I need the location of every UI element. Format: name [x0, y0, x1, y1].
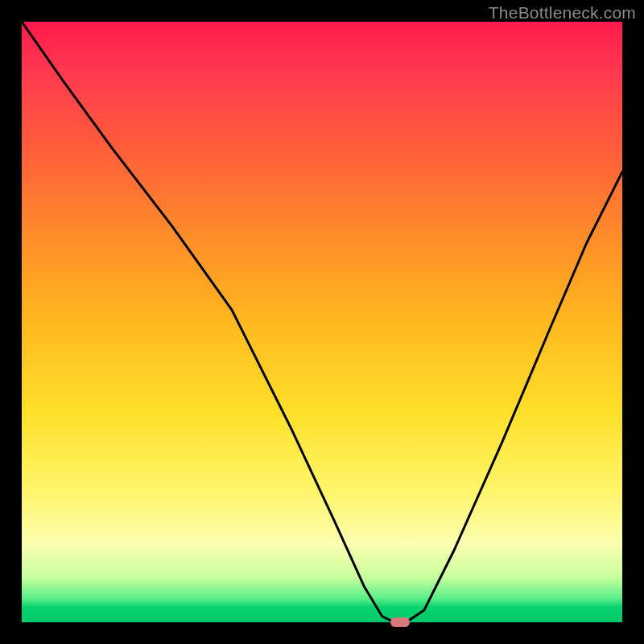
plot-area	[22, 22, 622, 622]
chart-frame: TheBottleneck.com	[0, 0, 644, 644]
curve-path	[22, 22, 622, 622]
optimum-marker	[390, 617, 410, 627]
bottleneck-curve	[22, 22, 622, 622]
watermark-text: TheBottleneck.com	[489, 3, 636, 23]
